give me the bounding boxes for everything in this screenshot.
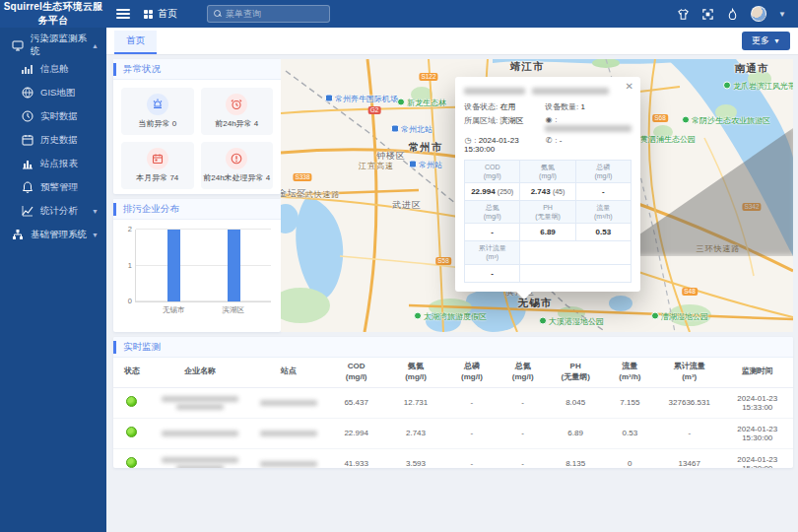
stat-card-2[interactable]: 本月异常 74 xyxy=(121,142,194,189)
sidebar: 污染源监测系统▲信息舱GIS地图实时数据历史数据站点报表预警管理统计分析▼基础管… xyxy=(0,28,106,532)
metric-header: COD(mg/l) xyxy=(465,161,520,183)
sidebar-item-1[interactable]: 信息舱 xyxy=(0,57,106,81)
sidebar-item-label: 信息舱 xyxy=(40,63,69,76)
chevron-down-icon: ▼ xyxy=(92,208,99,215)
device-status: 在用 xyxy=(499,102,515,111)
monitor-table: 状态企业名称站点COD(mg/l)氨氮(mg/l)总磷(mg/l)总氮(mg/l… xyxy=(113,358,793,468)
x-tick-label: 滨湖区 xyxy=(222,305,244,315)
nav-home[interactable]: 首页 xyxy=(144,7,177,21)
chevron-down-icon: ▼ xyxy=(92,232,99,238)
sidebar-item-label: 基础管理系统 xyxy=(31,229,87,241)
siren-icon xyxy=(147,94,168,115)
sidebar-item-2[interactable]: GIS地图 xyxy=(0,81,106,104)
metric-empty-cell xyxy=(520,264,632,282)
column-header: 累计流量(m³) xyxy=(657,358,722,387)
company-name-redacted xyxy=(151,448,249,468)
popup-title-redacted xyxy=(464,85,632,96)
flame-icon[interactable] xyxy=(726,8,739,21)
cell-value: 327636.531 xyxy=(657,387,722,418)
column-header: 总氮(mg/l) xyxy=(498,358,549,387)
more-button-label: 更多 xyxy=(752,34,769,47)
metric-empty-cell xyxy=(520,241,632,264)
metric-value: - xyxy=(465,264,520,282)
info-cabin-icon xyxy=(22,63,33,75)
cell-value: 41.933 xyxy=(327,448,385,468)
road-shield: S338 xyxy=(293,173,311,181)
sidebar-item-0[interactable]: 污染源监测系统▲ xyxy=(0,33,106,57)
top-bar: Squirrel生态环境云服务平台 首页 ▼ xyxy=(0,0,798,28)
search-input[interactable] xyxy=(226,9,341,19)
user-avatar[interactable] xyxy=(751,6,766,22)
close-icon[interactable]: ✕ xyxy=(626,82,633,92)
cell-value: 7.155 xyxy=(603,387,657,418)
stat-card-0[interactable]: 当前异常 0 xyxy=(121,88,194,135)
sidebar-item-7[interactable]: 统计分析▼ xyxy=(0,199,106,223)
metric-header: PH(无量纲) xyxy=(520,201,575,224)
gis-map[interactable]: 靖江市南通市常州市无锡市钟楼区武进区金坛区滨湖区金武快速路三环快速路江宜高速常州… xyxy=(281,59,793,332)
tab-home[interactable]: 首页 xyxy=(114,31,157,54)
column-header: 流量(m³/h) xyxy=(603,358,657,387)
sidebar-item-5[interactable]: 站点报表 xyxy=(0,152,106,175)
cell-value: 8.135 xyxy=(549,448,603,468)
user-menu-chevron-icon[interactable]: ▼ xyxy=(778,10,786,19)
sidebar-item-6[interactable]: 预警管理 xyxy=(0,175,106,199)
menu-search[interactable] xyxy=(207,5,330,23)
cell-value: - xyxy=(657,418,722,448)
road-shield: S48 xyxy=(682,288,698,296)
metric-value: 0.53 xyxy=(575,224,631,241)
search-icon xyxy=(214,10,222,18)
stat-cards: 当前异常 0前24h异常 4本月异常 74前24h未处理异常 4 xyxy=(113,80,281,197)
fullscreen-icon[interactable] xyxy=(701,8,714,21)
cell-value: - xyxy=(446,387,498,418)
monitor-panel-title: 实时监测 xyxy=(113,337,793,358)
realtime-icon xyxy=(22,110,33,122)
address-redacted xyxy=(545,125,632,132)
table-row[interactable]: 65.43712.731--8.0457.155327636.5312024-0… xyxy=(113,387,793,418)
metric-header: 累计流量(m³) xyxy=(465,241,520,264)
sidebar-item-label: 统计分析 xyxy=(40,205,78,218)
menu-toggle-icon[interactable] xyxy=(116,9,130,19)
topbar-actions: ▼ xyxy=(677,6,798,22)
system-icon xyxy=(12,39,24,51)
stats-icon xyxy=(22,205,33,217)
tab-bar: 首页 更多 ▼ xyxy=(106,28,798,55)
x-tick-label: 无锡市 xyxy=(163,305,185,315)
cell-value: 22.994 xyxy=(327,418,385,448)
chevron-up-icon: ▲ xyxy=(92,42,99,49)
phone-icon: ✆ xyxy=(545,136,553,145)
history-icon xyxy=(22,134,33,146)
alarm-clock-icon xyxy=(226,94,247,115)
cell-value: - xyxy=(446,418,498,448)
popup-metrics-table: COD(mg/l)氨氮(mg/l)总磷(mg/l)22.994 (250)2.7… xyxy=(464,160,632,283)
more-button[interactable]: 更多 ▼ xyxy=(742,32,790,50)
sidebar-item-label: 预警管理 xyxy=(40,181,78,194)
sidebar-item-4[interactable]: 历史数据 xyxy=(0,128,106,152)
table-row[interactable]: 22.9942.743--6.890.53-2024-01-23 15:30:0… xyxy=(113,418,793,448)
column-header: 站点 xyxy=(249,358,327,387)
table-row[interactable]: 41.9333.593--8.1350134672024-01-23 15:30… xyxy=(113,448,793,468)
site-name-redacted xyxy=(249,418,327,448)
popup-time: 2024-01-23 15:30:00 xyxy=(464,136,519,154)
y-tick-label: 0 xyxy=(128,297,132,305)
calendar-icon xyxy=(147,148,168,169)
metric-header: 总氮(mg/l) xyxy=(465,201,520,224)
sidebar-item-3[interactable]: 实时数据 xyxy=(0,104,106,128)
chart-panel-title: 排污企业分布 xyxy=(113,199,281,220)
metric-value: - xyxy=(575,183,631,201)
bar-无锡市 xyxy=(167,230,180,301)
nav-home-label: 首页 xyxy=(158,7,177,21)
stat-card-1[interactable]: 前24h异常 4 xyxy=(201,88,274,135)
alert-icon xyxy=(22,181,33,193)
abnormal-panel-title: 异常状况 xyxy=(113,59,281,80)
cell-value: 2024-01-23 15:33:00 xyxy=(721,387,793,418)
theme-skin-icon[interactable] xyxy=(677,8,690,21)
cell-value: - xyxy=(446,448,498,468)
clock-icon: ◷ xyxy=(464,136,472,145)
cell-value: 0 xyxy=(603,448,657,468)
sidebar-item-8[interactable]: 基础管理系统▼ xyxy=(0,223,106,246)
stat-card-3[interactable]: 前24h未处理异常 4 xyxy=(201,142,274,189)
column-header: COD(mg/l) xyxy=(327,358,385,387)
road-shield: S58 xyxy=(435,257,451,265)
cell-value: 2024-01-23 15:30:00 xyxy=(721,448,793,468)
sidebar-item-label: 站点报表 xyxy=(40,158,78,170)
